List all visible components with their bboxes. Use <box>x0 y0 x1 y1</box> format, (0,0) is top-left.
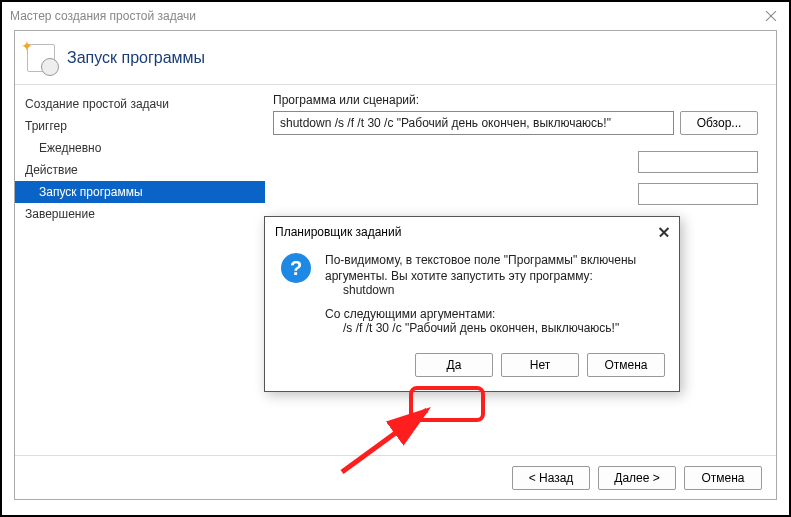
dialog-close-icon[interactable] <box>657 225 671 239</box>
sidebar-item-start-program[interactable]: Запуск программы <box>15 181 265 203</box>
window-title: Мастер создания простой задачи <box>10 9 196 23</box>
wizard-banner: ✦ Запуск программы <box>15 31 776 85</box>
no-button[interactable]: Нет <box>501 353 579 377</box>
program-input[interactable] <box>273 111 674 135</box>
next-button[interactable]: Далее > <box>598 466 676 490</box>
dialog-title: Планировщик заданий <box>275 225 401 239</box>
confirm-dialog: Планировщик заданий ? По-видимому, в тек… <box>264 216 680 392</box>
dialog-cancel-button[interactable]: Отмена <box>587 353 665 377</box>
wizard-icon: ✦ <box>25 42 57 74</box>
dialog-titlebar: Планировщик заданий <box>265 217 679 247</box>
yes-button[interactable]: Да <box>415 353 493 377</box>
sidebar-item-action[interactable]: Действие <box>15 159 265 181</box>
wizard-footer: < Назад Далее > Отмена <box>15 455 776 499</box>
program-label: Программа или сценарий: <box>273 93 758 107</box>
window-close-icon[interactable] <box>763 8 779 24</box>
startdir-browse-placeholder <box>638 183 758 205</box>
cancel-button[interactable]: Отмена <box>684 466 762 490</box>
sidebar-item-create-task[interactable]: Создание простой задачи <box>15 93 265 115</box>
dialog-message: По-видимому, в текстовое поле "Программы… <box>325 253 636 335</box>
wizard-sidebar: Создание простой задачи Триггер Ежедневн… <box>15 85 265 455</box>
browse-button[interactable]: Обзор... <box>680 111 758 135</box>
sidebar-item-finish[interactable]: Завершение <box>15 203 265 225</box>
back-button[interactable]: < Назад <box>512 466 590 490</box>
page-title: Запуск программы <box>67 49 205 67</box>
window-titlebar: Мастер создания простой задачи <box>2 2 789 30</box>
arguments-browse-placeholder <box>638 151 758 173</box>
sidebar-item-daily[interactable]: Ежедневно <box>15 137 265 159</box>
sidebar-item-trigger[interactable]: Триггер <box>15 115 265 137</box>
question-icon: ? <box>281 253 311 283</box>
